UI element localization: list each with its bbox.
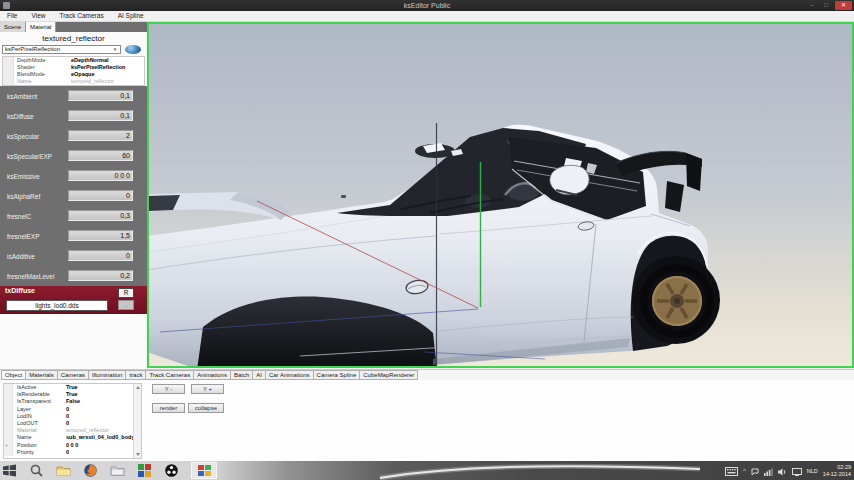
property-row[interactable]: IsTransparentFalse <box>4 398 141 405</box>
active-app-button[interactable] <box>191 462 217 479</box>
wallpaper-swoosh <box>370 461 720 480</box>
slider-ksAmbient: ksAmbient0,1 <box>0 86 147 106</box>
tab-cubemaprenderer[interactable]: CubeMapRenderer <box>359 370 418 380</box>
shader-sliders: ksAmbient0,1 ksDiffuse0,1 ksSpecular2 ks… <box>0 86 147 286</box>
info-row[interactable]: DepthModeeDepthNormal <box>3 57 144 64</box>
obs-icon[interactable] <box>164 463 179 478</box>
minimize-button[interactable]: – <box>806 1 818 10</box>
property-row[interactable]: IsRenderableTrue <box>4 391 141 398</box>
object-property-grid: IsActiveTrue IsRenderableTrue IsTranspar… <box>3 383 142 459</box>
material-panel-tabs: Scene Material <box>0 22 147 32</box>
window-title: ksEditor Public <box>0 0 854 11</box>
network-icon[interactable] <box>764 462 773 480</box>
slider-track[interactable]: 0,1 <box>68 90 133 101</box>
property-row[interactable]: LodOUT0 <box>4 420 141 427</box>
slider-track[interactable]: 2 <box>68 130 133 141</box>
bottom-tab-strip: Object Materials Cameras Illumination tr… <box>0 369 854 380</box>
hidden-icons-caret[interactable]: ^ <box>743 468 746 474</box>
menu-bar: File View Track Cameras AI Spline <box>0 11 854 22</box>
tab-illumination[interactable]: Illumination <box>88 370 126 380</box>
property-row[interactable]: Layer0 <box>4 406 141 413</box>
tab-camera-spline[interactable]: Camera Spline <box>313 370 361 380</box>
tab-scene[interactable]: Scene <box>0 22 26 32</box>
menu-view[interactable]: View <box>24 11 52 21</box>
start-button[interactable] <box>2 463 17 478</box>
slider-track[interactable]: 0 0 0 <box>68 170 133 181</box>
slider-track[interactable]: 0,2 <box>68 270 133 281</box>
display-icon[interactable] <box>792 462 802 480</box>
texture-reload-button[interactable]: R <box>118 288 134 298</box>
property-row[interactable]: Position0 0 0 <box>4 442 141 449</box>
texture-file-field[interactable]: lights_lod0.dds <box>6 300 108 311</box>
slider-track[interactable]: 1,5 <box>68 230 133 241</box>
tab-cameras[interactable]: Cameras <box>57 370 89 380</box>
tab-material[interactable]: Material <box>26 22 56 32</box>
slider-track[interactable]: 0 <box>68 250 133 261</box>
menu-track-cameras[interactable]: Track Cameras <box>52 11 110 21</box>
tab-track[interactable]: track <box>125 370 146 380</box>
info-row[interactable]: ShaderksPerPixelReflection <box>3 64 144 71</box>
property-row[interactable]: Priority0 <box>4 449 141 456</box>
folder-icon[interactable] <box>110 463 125 478</box>
y-minus-button[interactable]: Y - <box>152 384 185 394</box>
slider-fresnelMaxLevel: fresnelMaxLevel0,2 <box>0 266 147 286</box>
taskbar: ^ NLD 02:29 14-12-2014 <box>0 461 854 480</box>
slider-ksDiffuse: ksDiffuse0,1 <box>0 106 147 126</box>
slider-track[interactable]: 0,1 <box>68 110 133 121</box>
clock[interactable]: 02:29 14-12-2014 <box>823 464 851 477</box>
clock-date: 14-12-2014 <box>823 471 851 478</box>
slider-fresnelEXP: fresnelEXP1,5 <box>0 226 147 246</box>
y-plus-button[interactable]: Y + <box>191 384 224 394</box>
reload-shader-icon[interactable] <box>125 45 141 54</box>
slider-track[interactable]: 60 <box>68 150 133 161</box>
slider-fresnelC: fresnelC0,3 <box>0 206 147 226</box>
slider-ksEmissive: ksEmissive0 0 0 <box>0 166 147 186</box>
texture-browse-button[interactable]: ... <box>118 300 134 310</box>
viewport-canvas[interactable] <box>149 24 852 366</box>
property-row[interactable]: LodIN0 <box>4 413 141 420</box>
chevron-down-icon: ▾ <box>111 46 119 53</box>
search-icon[interactable] <box>29 463 44 478</box>
render-button[interactable]: render <box>152 403 185 413</box>
viewport[interactable] <box>147 22 854 368</box>
kseditor-icon[interactable] <box>137 463 152 478</box>
maximize-button[interactable]: □ <box>820 1 832 10</box>
language-indicator[interactable]: NLD <box>807 468 818 474</box>
title-bar: ksEditor Public – □ ✕ <box>0 0 854 11</box>
file-explorer-icon[interactable] <box>56 463 71 478</box>
tab-batch[interactable]: Batch <box>230 370 253 380</box>
action-center-icon[interactable] <box>751 462 759 480</box>
scrollbar[interactable] <box>133 384 141 458</box>
side-mirror <box>550 165 589 194</box>
shader-dropdown[interactable]: ksPerPixelReflection ▾ <box>2 45 121 54</box>
tab-track-cameras[interactable]: Track Cameras <box>145 370 194 380</box>
system-tray: ^ NLD 02:29 14-12-2014 <box>725 461 851 480</box>
property-row[interactable]: Materialtextured_reflector <box>4 427 141 434</box>
close-button[interactable]: ✕ <box>835 1 852 10</box>
texture-slot-name: txDiffuse <box>5 287 35 294</box>
info-row[interactable]: BlendModeeOpaque <box>3 71 144 78</box>
texture-slot-txDiffuse: txDiffuse R lights_lod0.dds ... <box>0 286 147 314</box>
property-row[interactable]: Namesub_wrxsti_04_lod0_body <box>4 434 141 441</box>
collapse-button[interactable]: collapse <box>188 403 224 413</box>
keyboard-icon[interactable] <box>725 462 738 480</box>
tab-materials[interactable]: Materials <box>25 370 57 380</box>
tab-car-animations[interactable]: Car Animations <box>265 370 314 380</box>
slider-track[interactable]: 0 <box>68 190 133 201</box>
slider-ksSpecular: ksSpecular2 <box>0 126 147 146</box>
firefox-icon[interactable] <box>83 463 98 478</box>
tab-object[interactable]: Object <box>1 370 26 380</box>
ksEditor-window: ksEditor Public – □ ✕ File View Track Ca… <box>0 0 854 480</box>
info-row[interactable]: Nametextured_reflector <box>3 78 144 85</box>
slider-isAdditive: isAdditive0 <box>0 246 147 266</box>
property-row[interactable]: IsActiveTrue <box>4 384 141 391</box>
slider-ksSpecularEXP: ksSpecularEXP60 <box>0 146 147 166</box>
material-info-grid: DepthModeeDepthNormal ShaderksPerPixelRe… <box>2 56 145 86</box>
menu-ai-spline[interactable]: AI Spline <box>111 11 151 21</box>
material-panel: Scene Material textured_reflector ksPerP… <box>0 22 147 369</box>
menu-file[interactable]: File <box>0 11 24 21</box>
volume-icon[interactable] <box>778 462 787 480</box>
tab-animations[interactable]: Animations <box>193 370 231 380</box>
slider-track[interactable]: 0,3 <box>68 210 133 221</box>
tab-ai[interactable]: AI <box>252 370 266 380</box>
